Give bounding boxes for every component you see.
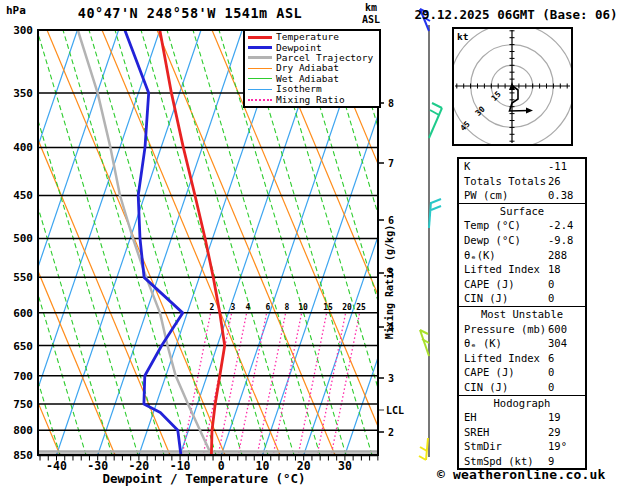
pressure-tick-label: 700 bbox=[13, 370, 33, 383]
table-row-label: CIN (J) bbox=[464, 380, 508, 395]
wind-barb-segment bbox=[420, 447, 427, 451]
table-row-label: PW (cm) bbox=[464, 188, 508, 203]
legend-swatch bbox=[248, 68, 272, 69]
table-row-value: 0 bbox=[548, 277, 554, 292]
indices-table: K-11Totals Totals26PW (cm)0.38SurfaceTem… bbox=[457, 157, 587, 470]
mixing-ratio-value-label: 8 bbox=[285, 303, 290, 312]
wind-barb-segment bbox=[419, 456, 426, 460]
pressure-tick-label: 850 bbox=[13, 449, 33, 462]
legend-label: Dry Adiabat bbox=[276, 63, 339, 73]
table-row-label: Pressure (mb) bbox=[464, 322, 546, 337]
mixing-ratio-line bbox=[182, 314, 210, 454]
pressure-tick-label: 450 bbox=[13, 189, 33, 202]
hodograph: 153045kt bbox=[452, 27, 573, 147]
table-row-value: 26 bbox=[548, 174, 561, 189]
wind-barb bbox=[420, 330, 429, 356]
wind-barb-segment bbox=[426, 438, 428, 460]
legend-label: Mixing Ratio bbox=[276, 95, 345, 105]
table-row-value: 0.38 bbox=[548, 188, 573, 203]
table-section: Most UnstablePressure (mb)600θₑ (K)304Li… bbox=[459, 306, 585, 395]
height-axis-unit-asl: ASL bbox=[362, 14, 380, 25]
table-section-header: Most Unstable bbox=[459, 307, 585, 322]
table-row-value: 304 bbox=[548, 336, 567, 351]
table-row-label: SREH bbox=[464, 425, 489, 440]
pressure-tick-label: 650 bbox=[13, 340, 33, 353]
table-row-value: 29 bbox=[548, 425, 561, 440]
table-row-label: Lifted Index bbox=[464, 262, 540, 277]
hodograph-unit-label: kt bbox=[457, 31, 468, 42]
wet-adiabat-line bbox=[0, 30, 8, 455]
height-axis-unit-km: km bbox=[365, 2, 377, 13]
wet-adiabat-line bbox=[583, 30, 629, 455]
wind-barb-segment bbox=[432, 103, 442, 108]
mixing-ratio-line bbox=[331, 314, 359, 454]
mixing-ratio-value-label: 10 bbox=[298, 303, 308, 312]
pressure-tick-label: 600 bbox=[13, 307, 33, 320]
lcl-label: LCL bbox=[386, 405, 404, 416]
mixing-ratio-axis-label: Mixing Ratio (g/kg) bbox=[384, 212, 398, 352]
pressure-tick-label: 550 bbox=[13, 271, 33, 284]
table-row: Temp (°C)-2.4 bbox=[459, 218, 585, 233]
pressure-tick-label: 800 bbox=[13, 424, 33, 437]
legend-label: Isotherm bbox=[276, 84, 322, 94]
profile-curves bbox=[78, 30, 225, 455]
table-row-label: Lifted Index bbox=[464, 351, 540, 366]
table-row-label: K bbox=[464, 159, 470, 174]
table-row-value: 0 bbox=[548, 365, 554, 380]
table-row-value: 0 bbox=[548, 380, 554, 395]
table-row: SREH29 bbox=[459, 425, 585, 440]
legend-swatch bbox=[248, 46, 272, 49]
wet-adiabat-line bbox=[89, 30, 216, 455]
mixing-ratio-value-label: 6 bbox=[266, 303, 271, 312]
copyright-watermark: © weatheronline.co.uk bbox=[437, 467, 606, 482]
legend-item: Isotherm bbox=[245, 84, 379, 94]
table-row: Lifted Index18 bbox=[459, 262, 585, 277]
table-section-header: Surface bbox=[459, 204, 585, 219]
table-row-value: 18 bbox=[548, 262, 561, 277]
table-row-label: CAPE (J) bbox=[464, 277, 515, 292]
table-row: Dewp (°C)-9.8 bbox=[459, 233, 585, 248]
mixing-ratio-value-label: 2 bbox=[210, 303, 215, 312]
wet-adiabat-line bbox=[609, 30, 629, 455]
km-tick-label: 7 bbox=[388, 158, 394, 169]
mixing-ratio-value-label: 3 bbox=[231, 303, 236, 312]
mixing-ratio-line bbox=[317, 314, 345, 454]
legend-label: Temperature bbox=[276, 32, 339, 42]
pressure-tick-label: 400 bbox=[13, 141, 33, 154]
table-section-header: Hodograph bbox=[459, 396, 585, 411]
temp-tick-label: -40 bbox=[46, 459, 67, 473]
table-section: HodographEH19SREH29StmDir19°StmSpd (kt)9 bbox=[459, 395, 585, 469]
table-row-value: 6 bbox=[548, 351, 554, 366]
pressure-tick-label: 750 bbox=[13, 398, 33, 411]
wind-barb bbox=[419, 438, 428, 460]
table-row-value: -11 bbox=[548, 159, 567, 174]
table-row: CAPE (J)0 bbox=[459, 277, 585, 292]
table-row: Pressure (mb)600 bbox=[459, 322, 585, 337]
table-row: CAPE (J)0 bbox=[459, 365, 585, 380]
table-row-value: 600 bbox=[548, 322, 567, 337]
table-row-label: CIN (J) bbox=[464, 291, 508, 306]
table-row-label: EH bbox=[464, 410, 477, 425]
legend: TemperatureDewpointParcel TrajectoryDry … bbox=[243, 29, 381, 108]
legend-swatch bbox=[248, 56, 272, 59]
table-row-value: -9.8 bbox=[548, 233, 573, 248]
table-row-value: 0 bbox=[548, 291, 554, 306]
table-row-value: 288 bbox=[548, 248, 567, 263]
wind-barb-segment bbox=[430, 110, 439, 115]
hodograph-arrow-end bbox=[526, 108, 533, 114]
legend-swatch bbox=[248, 78, 272, 79]
legend-item: Dry Adiabat bbox=[245, 63, 379, 73]
table-row: EH19 bbox=[459, 410, 585, 425]
table-row-value: -2.4 bbox=[548, 218, 573, 233]
run-datetime: 29.12.2025 06GMT (Base: 06) bbox=[404, 7, 628, 22]
table-row: StmDir19° bbox=[459, 439, 585, 454]
mixing-ratio-line bbox=[273, 314, 301, 454]
pressure-axis-unit: hPa bbox=[6, 4, 26, 17]
pressure-tick-label: 500 bbox=[13, 232, 33, 245]
table-row-label: CAPE (J) bbox=[464, 365, 515, 380]
table-row: PW (cm)0.38 bbox=[459, 188, 585, 203]
sounding-screenshot: 3003504004505005506006507007508008502346… bbox=[0, 0, 629, 486]
mixing-ratio-value-label: 4 bbox=[246, 303, 251, 312]
wind-barb-segment bbox=[431, 199, 441, 203]
km-tick-label: 3 bbox=[388, 373, 394, 384]
